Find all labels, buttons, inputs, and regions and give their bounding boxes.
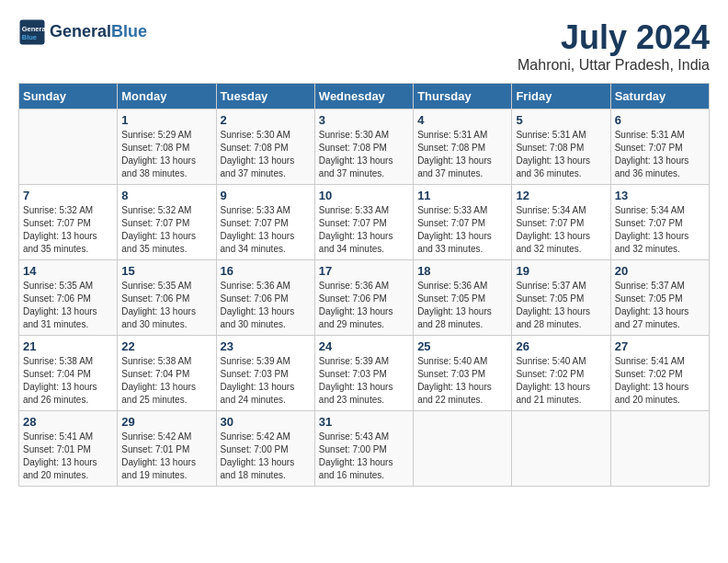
calendar-cell	[512, 411, 610, 487]
calendar-cell: 18Sunrise: 5:36 AM Sunset: 7:05 PM Dayli…	[414, 260, 512, 336]
calendar-cell: 21Sunrise: 5:38 AM Sunset: 7:04 PM Dayli…	[19, 336, 118, 411]
day-info: Sunrise: 5:38 AM Sunset: 7:04 PM Dayligh…	[23, 355, 113, 407]
day-number: 2	[221, 113, 311, 127]
calendar-cell: 1Sunrise: 5:29 AM Sunset: 7:08 PM Daylig…	[118, 109, 216, 185]
day-number: 13	[615, 189, 705, 202]
day-info: Sunrise: 5:33 AM Sunset: 7:07 PM Dayligh…	[417, 204, 507, 256]
day-info: Sunrise: 5:39 AM Sunset: 7:03 PM Dayligh…	[319, 355, 409, 407]
day-info: Sunrise: 5:35 AM Sunset: 7:06 PM Dayligh…	[121, 280, 211, 331]
calendar-cell	[19, 109, 118, 185]
day-info: Sunrise: 5:41 AM Sunset: 7:02 PM Dayligh…	[615, 355, 705, 407]
calendar-cell: 11Sunrise: 5:33 AM Sunset: 7:07 PM Dayli…	[414, 185, 512, 260]
logo-icon: General Blue	[18, 18, 46, 46]
calendar-week-row: 21Sunrise: 5:38 AM Sunset: 7:04 PM Dayli…	[19, 336, 710, 411]
calendar-cell: 22Sunrise: 5:38 AM Sunset: 7:04 PM Dayli…	[118, 336, 216, 411]
day-number: 5	[516, 113, 606, 127]
day-number: 6	[615, 113, 705, 127]
calendar-cell	[414, 411, 512, 487]
location-subtitle: Mahroni, Uttar Pradesh, India	[518, 57, 710, 74]
day-number: 24	[319, 339, 409, 353]
day-info: Sunrise: 5:40 AM Sunset: 7:03 PM Dayligh…	[417, 355, 507, 407]
day-number: 31	[319, 415, 409, 429]
day-header-friday: Friday	[512, 84, 610, 109]
day-header-sunday: Sunday	[19, 84, 118, 109]
calendar-cell: 17Sunrise: 5:36 AM Sunset: 7:06 PM Dayli…	[314, 260, 413, 336]
calendar-cell: 27Sunrise: 5:41 AM Sunset: 7:02 PM Dayli…	[610, 336, 709, 411]
calendar-cell: 19Sunrise: 5:37 AM Sunset: 7:05 PM Dayli…	[512, 260, 610, 336]
day-info: Sunrise: 5:42 AM Sunset: 7:01 PM Dayligh…	[121, 431, 211, 482]
day-number: 20	[615, 264, 705, 278]
day-info: Sunrise: 5:42 AM Sunset: 7:00 PM Dayligh…	[221, 431, 311, 482]
day-number: 29	[121, 415, 211, 429]
day-info: Sunrise: 5:39 AM Sunset: 7:03 PM Dayligh…	[221, 355, 311, 407]
day-number: 11	[417, 189, 507, 202]
calendar-cell: 24Sunrise: 5:39 AM Sunset: 7:03 PM Dayli…	[314, 336, 413, 411]
calendar-cell: 6Sunrise: 5:31 AM Sunset: 7:07 PM Daylig…	[610, 109, 709, 185]
calendar-cell: 23Sunrise: 5:39 AM Sunset: 7:03 PM Dayli…	[216, 336, 314, 411]
month-year-title: July 2024	[518, 18, 710, 57]
day-number: 23	[221, 339, 311, 353]
day-info: Sunrise: 5:32 AM Sunset: 7:07 PM Dayligh…	[23, 204, 113, 256]
day-info: Sunrise: 5:34 AM Sunset: 7:07 PM Dayligh…	[516, 204, 606, 256]
day-info: Sunrise: 5:38 AM Sunset: 7:04 PM Dayligh…	[121, 355, 211, 407]
day-number: 7	[23, 189, 113, 202]
day-number: 27	[615, 339, 705, 353]
day-number: 17	[319, 264, 409, 278]
day-number: 26	[516, 339, 606, 353]
calendar-week-row: 28Sunrise: 5:41 AM Sunset: 7:01 PM Dayli…	[19, 411, 710, 487]
svg-text:Blue: Blue	[22, 33, 37, 41]
day-info: Sunrise: 5:36 AM Sunset: 7:05 PM Dayligh…	[417, 280, 507, 331]
day-info: Sunrise: 5:30 AM Sunset: 7:08 PM Dayligh…	[221, 129, 311, 180]
calendar-cell: 7Sunrise: 5:32 AM Sunset: 7:07 PM Daylig…	[19, 185, 118, 260]
day-info: Sunrise: 5:35 AM Sunset: 7:06 PM Dayligh…	[23, 280, 113, 331]
svg-text:General: General	[22, 25, 46, 33]
day-info: Sunrise: 5:36 AM Sunset: 7:06 PM Dayligh…	[319, 280, 409, 331]
calendar-cell: 26Sunrise: 5:40 AM Sunset: 7:02 PM Dayli…	[512, 336, 610, 411]
day-info: Sunrise: 5:33 AM Sunset: 7:07 PM Dayligh…	[319, 204, 409, 256]
day-number: 10	[319, 189, 409, 202]
day-number: 28	[23, 415, 113, 429]
calendar-cell	[610, 411, 709, 487]
day-info: Sunrise: 5:37 AM Sunset: 7:05 PM Dayligh…	[615, 280, 705, 331]
calendar-cell: 9Sunrise: 5:33 AM Sunset: 7:07 PM Daylig…	[216, 185, 314, 260]
day-info: Sunrise: 5:37 AM Sunset: 7:05 PM Dayligh…	[516, 280, 606, 331]
calendar-cell: 14Sunrise: 5:35 AM Sunset: 7:06 PM Dayli…	[19, 260, 118, 336]
day-number: 18	[417, 264, 507, 278]
day-number: 30	[221, 415, 311, 429]
day-info: Sunrise: 5:43 AM Sunset: 7:00 PM Dayligh…	[319, 431, 409, 482]
calendar-cell: 3Sunrise: 5:30 AM Sunset: 7:08 PM Daylig…	[314, 109, 413, 185]
calendar-cell: 4Sunrise: 5:31 AM Sunset: 7:08 PM Daylig…	[414, 109, 512, 185]
calendar-cell: 28Sunrise: 5:41 AM Sunset: 7:01 PM Dayli…	[19, 411, 118, 487]
day-header-thursday: Thursday	[414, 84, 512, 109]
day-number: 8	[121, 189, 211, 202]
day-number: 16	[221, 264, 311, 278]
day-info: Sunrise: 5:40 AM Sunset: 7:02 PM Dayligh…	[516, 355, 606, 407]
day-header-wednesday: Wednesday	[314, 84, 413, 109]
calendar-cell: 10Sunrise: 5:33 AM Sunset: 7:07 PM Dayli…	[314, 185, 413, 260]
calendar-week-row: 7Sunrise: 5:32 AM Sunset: 7:07 PM Daylig…	[19, 185, 710, 260]
day-number: 4	[417, 113, 507, 127]
day-info: Sunrise: 5:41 AM Sunset: 7:01 PM Dayligh…	[23, 431, 113, 482]
day-info: Sunrise: 5:33 AM Sunset: 7:07 PM Dayligh…	[221, 204, 311, 256]
day-info: Sunrise: 5:31 AM Sunset: 7:07 PM Dayligh…	[615, 129, 705, 180]
calendar-cell: 13Sunrise: 5:34 AM Sunset: 7:07 PM Dayli…	[610, 185, 709, 260]
day-info: Sunrise: 5:34 AM Sunset: 7:07 PM Dayligh…	[615, 204, 705, 256]
day-header-monday: Monday	[118, 84, 216, 109]
calendar-cell: 12Sunrise: 5:34 AM Sunset: 7:07 PM Dayli…	[512, 185, 610, 260]
calendar-cell: 16Sunrise: 5:36 AM Sunset: 7:06 PM Dayli…	[216, 260, 314, 336]
day-info: Sunrise: 5:32 AM Sunset: 7:07 PM Dayligh…	[121, 204, 211, 256]
day-number: 15	[121, 264, 211, 278]
logo: General Blue GeneralBlue	[18, 18, 147, 46]
calendar-week-row: 1Sunrise: 5:29 AM Sunset: 7:08 PM Daylig…	[19, 109, 710, 185]
calendar-cell: 8Sunrise: 5:32 AM Sunset: 7:07 PM Daylig…	[118, 185, 216, 260]
calendar-table: SundayMondayTuesdayWednesdayThursdayFrid…	[18, 83, 710, 487]
day-number: 19	[516, 264, 606, 278]
day-header-tuesday: Tuesday	[216, 84, 314, 109]
calendar-header-row: SundayMondayTuesdayWednesdayThursdayFrid…	[19, 84, 710, 109]
day-number: 1	[121, 113, 211, 127]
day-number: 22	[121, 339, 211, 353]
calendar-cell: 30Sunrise: 5:42 AM Sunset: 7:00 PM Dayli…	[216, 411, 314, 487]
day-info: Sunrise: 5:36 AM Sunset: 7:06 PM Dayligh…	[221, 280, 311, 331]
day-info: Sunrise: 5:31 AM Sunset: 7:08 PM Dayligh…	[516, 129, 606, 180]
day-info: Sunrise: 5:30 AM Sunset: 7:08 PM Dayligh…	[319, 129, 409, 180]
